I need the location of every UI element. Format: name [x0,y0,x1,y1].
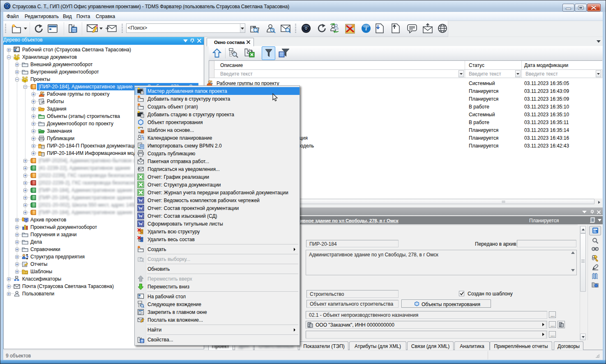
svg-text:Ф: Ф [304,26,308,31]
svg-text:W: W [138,198,143,203]
svg-text:W: W [138,214,143,219]
svg-text:i: i [365,25,367,32]
svg-text:W: W [138,206,143,211]
svg-text:W: W [138,221,143,226]
